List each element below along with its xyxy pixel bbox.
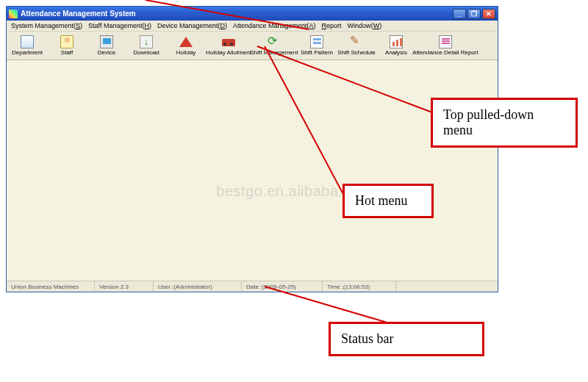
holiday-alloc-icon	[222, 35, 235, 48]
dept-icon	[21, 35, 34, 48]
menu-attendance-management[interactable]: Attendance Management(A)	[232, 22, 318, 29]
status-time: Time :(13:06:53)	[323, 281, 396, 292]
callout-status-bar: Status bar	[329, 322, 484, 356]
status-version: Version 2.3	[95, 281, 154, 292]
maximize-button[interactable]: ❐	[467, 9, 481, 19]
shift-management-button[interactable]: Shift Management	[251, 32, 297, 59]
download-button[interactable]: Download	[126, 32, 166, 59]
device-icon	[100, 35, 113, 48]
shift-mgmt-icon	[268, 35, 281, 48]
shift-schedule-button[interactable]: Shift Schedule	[337, 32, 376, 59]
titlebar: Attendance Management System _ ❐ ✕	[7, 7, 498, 21]
menubar: System Management(S) Staff Management(H)…	[7, 21, 498, 32]
status-user: User :(Administrator)	[154, 281, 242, 292]
app-icon	[9, 10, 18, 18]
staff-icon	[60, 35, 74, 48]
download-icon	[140, 35, 153, 48]
callout-hot-menu: Hot menu	[343, 184, 434, 218]
callout-top-menu: Top pulled-down menu	[431, 98, 578, 148]
status-company: Union Business Machines	[7, 281, 95, 292]
toolbar: Department Staff Device Download Holiday…	[7, 32, 498, 60]
close-button[interactable]: ✕	[482, 9, 495, 19]
attendance-report-icon	[439, 35, 452, 48]
device-button[interactable]: Device	[87, 32, 126, 59]
status-date: Date :(2009-05-25)	[242, 281, 323, 292]
workspace	[7, 60, 498, 281]
shift-pattern-icon	[310, 35, 323, 48]
statusbar: Union Business Machines Version 2.3 User…	[7, 281, 498, 292]
menu-staff-management[interactable]: Staff Management(H)	[87, 22, 153, 29]
menu-device-management[interactable]: Device Management(D)	[156, 22, 229, 29]
menu-window[interactable]: Window(W)	[346, 22, 384, 29]
analysis-button[interactable]: Analysis	[376, 32, 416, 59]
holiday-icon	[179, 37, 193, 47]
status-spacer	[396, 281, 498, 292]
attendance-detail-report-button[interactable]: Attendance Detail Report	[416, 32, 475, 59]
holiday-button[interactable]: Holiday	[166, 32, 206, 59]
shift-schedule-icon	[350, 35, 363, 48]
analysis-icon	[390, 35, 403, 48]
window-title: Attendance Management System	[21, 10, 453, 18]
holiday-allotment-button[interactable]: Holiday Allotment	[206, 32, 251, 59]
shift-pattern-button[interactable]: Shift Pattern	[297, 32, 337, 59]
app-window: Attendance Management System _ ❐ ✕ Syste…	[6, 6, 498, 292]
menu-report[interactable]: Report	[320, 22, 343, 29]
menu-system-management[interactable]: System Management(S)	[10, 22, 84, 29]
minimize-button[interactable]: _	[453, 9, 466, 19]
staff-button[interactable]: Staff	[47, 32, 87, 59]
department-button[interactable]: Department	[7, 32, 47, 59]
